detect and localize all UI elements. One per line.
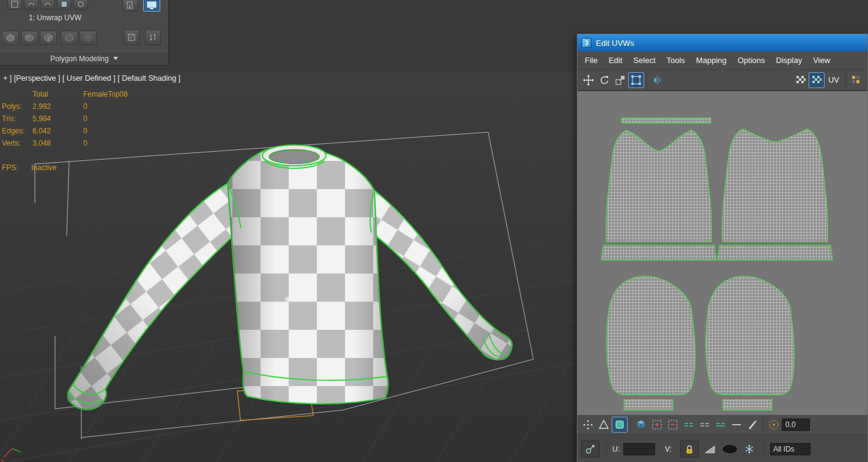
stats-label: Tris: xyxy=(2,114,16,123)
edit-uvws-statusbar: U: V: All IDs xyxy=(577,434,867,462)
toolbar-separator xyxy=(763,418,763,431)
ribbon-icon-button[interactable] xyxy=(24,0,39,10)
uv-space-selector[interactable]: UV xyxy=(825,75,843,84)
grow-selection-button[interactable] xyxy=(649,417,665,433)
unwrap-uvw-ribbon-panel: 1: Unwrap UVW Polygon Modeling xyxy=(0,0,169,65)
menu-options[interactable]: Options xyxy=(732,56,771,65)
toolbar-separator xyxy=(845,73,846,87)
falloff-smooth-button[interactable] xyxy=(681,417,697,433)
lock-selection-button[interactable] xyxy=(680,441,699,458)
stats-row-polys: Polys: 2,992 0 xyxy=(2,102,143,114)
active-modifier-label: 1: Unwrap UVW xyxy=(0,13,110,22)
mirror-button[interactable] xyxy=(650,72,666,88)
menu-file[interactable]: File xyxy=(579,56,603,65)
stats-row-verts: Verts: 3,048 0 xyxy=(2,139,143,151)
element-subobject-button[interactable] xyxy=(61,31,78,45)
uv-polygon-mode-button[interactable] xyxy=(612,417,628,433)
ribbon-icon-button[interactable] xyxy=(73,0,88,10)
stats-object: 0 xyxy=(83,139,87,147)
filter-selected-faces-button[interactable] xyxy=(702,441,718,457)
viewport-label[interactable]: + ] [Perspective ] [ User Defined ] [ De… xyxy=(3,74,180,83)
triangle-icon xyxy=(704,444,716,455)
stats-col-object: FemaleTop08 xyxy=(83,90,128,99)
window-title: Edit UVWs xyxy=(596,39,634,48)
menu-mapping[interactable]: Mapping xyxy=(691,56,732,65)
show-grid-toggle-button[interactable] xyxy=(793,72,809,88)
uv-island-collar-strip xyxy=(621,118,711,123)
stats-col-total: Total xyxy=(32,90,48,99)
toolbar-separator xyxy=(647,73,647,87)
scale-button[interactable] xyxy=(612,72,628,88)
u-label: U: xyxy=(612,445,620,453)
edit-uvws-titlebar[interactable]: 3 Edit UVWs xyxy=(577,34,867,51)
export-uv-button[interactable] xyxy=(122,0,138,12)
stats-object: 0 xyxy=(83,114,87,123)
statusbar-separator xyxy=(763,442,764,456)
rotate-button[interactable] xyxy=(596,72,612,88)
uv-island-left-cuff xyxy=(624,400,673,410)
stats-object: 0 xyxy=(83,102,87,111)
stats-object: 0 xyxy=(83,127,87,135)
uv-island-back-hem xyxy=(718,245,833,260)
menu-display[interactable]: Display xyxy=(771,56,808,65)
uv-edit-canvas[interactable] xyxy=(577,91,867,415)
edit-uvws-toolbar: UV xyxy=(577,70,867,91)
stats-row-edges: Edges: 6,042 0 xyxy=(2,127,143,139)
select-element-toggle-button[interactable] xyxy=(633,417,649,433)
menu-tools[interactable]: Tools xyxy=(661,56,691,65)
texture-checker-dropdown[interactable] xyxy=(848,72,864,88)
stats-total: 6,042 xyxy=(32,127,51,135)
soft-selection-value-field[interactable]: 0.0 xyxy=(782,419,810,431)
vertex-subobject-button[interactable] xyxy=(2,31,19,45)
stats-label: Edges: xyxy=(2,127,24,135)
move-button[interactable] xyxy=(581,72,596,88)
statistics-overlay: Total FemaleTop08 Polys: 2,992 0 Tris: 5… xyxy=(2,90,143,176)
dark-pill-icon xyxy=(722,444,738,454)
panel-header-label: Polygon Modeling xyxy=(50,54,108,63)
stats-label: Polys: xyxy=(2,102,22,111)
transform-typein-button[interactable] xyxy=(581,441,599,458)
ribbon-icon-button[interactable] xyxy=(57,0,72,10)
ribbon-icon-button[interactable] xyxy=(7,0,22,10)
uv-edit-canvas-container xyxy=(577,91,867,414)
material-id-filter-select[interactable]: All IDs xyxy=(770,443,811,455)
stats-header-row: Total FemaleTop08 xyxy=(2,90,143,102)
snowflake-icon xyxy=(744,444,755,455)
menu-view[interactable]: View xyxy=(807,56,836,65)
freeform-mode-button[interactable] xyxy=(628,72,644,88)
v-label: V: xyxy=(665,445,672,453)
falloff-linear-button[interactable] xyxy=(697,417,713,433)
soft-selection-radius-icon[interactable] xyxy=(766,417,782,433)
stats-label: Verts: xyxy=(2,139,21,147)
u-input[interactable] xyxy=(623,443,655,455)
ignore-backfacing-button[interactable] xyxy=(80,31,97,45)
menu-select[interactable]: Select xyxy=(628,56,661,65)
open-uv-editor-button[interactable] xyxy=(143,0,160,12)
menu-edit[interactable]: Edit xyxy=(603,56,628,65)
svg-text:x: x xyxy=(1,458,4,462)
falloff-fast-button[interactable] xyxy=(729,417,744,433)
show-hidden-edges-button[interactable] xyxy=(722,441,738,457)
polygon-subobject-button[interactable] xyxy=(40,31,57,45)
ribbon-icon-button[interactable] xyxy=(40,0,55,10)
paint-soft-selection-button[interactable] xyxy=(744,417,760,433)
falloff-slow-button[interactable] xyxy=(713,417,729,433)
shrink-selection-button[interactable] xyxy=(665,417,681,433)
chevron-down-icon xyxy=(113,57,118,60)
edit-uvws-window: 3 Edit UVWs File Edit Select Tools Mappi… xyxy=(577,34,868,462)
stats-total: 3,048 xyxy=(32,139,51,147)
tweak-uv-button[interactable] xyxy=(124,29,139,45)
fps-label: FPS: xyxy=(2,163,18,172)
uv-island-back-torso xyxy=(722,129,828,242)
uv-vertex-mode-button[interactable] xyxy=(580,417,596,433)
3dsmax-app-icon: 3 xyxy=(582,38,592,48)
arrange-elements-button[interactable] xyxy=(145,29,161,45)
polygon-modeling-panel-header[interactable]: Polygon Modeling xyxy=(0,51,168,65)
edge-subobject-button[interactable] xyxy=(21,31,38,45)
stats-row-fps: FPS: Inactive xyxy=(2,163,143,176)
show-map-toggle-button[interactable] xyxy=(809,72,825,88)
3dsmax-application: x + ] [Perspective ] [ User Defined ] [ … xyxy=(0,0,868,462)
fps-value: Inactive xyxy=(31,163,56,172)
uv-edge-mode-button[interactable] xyxy=(596,417,612,433)
freeze-selected-button[interactable] xyxy=(741,441,757,457)
